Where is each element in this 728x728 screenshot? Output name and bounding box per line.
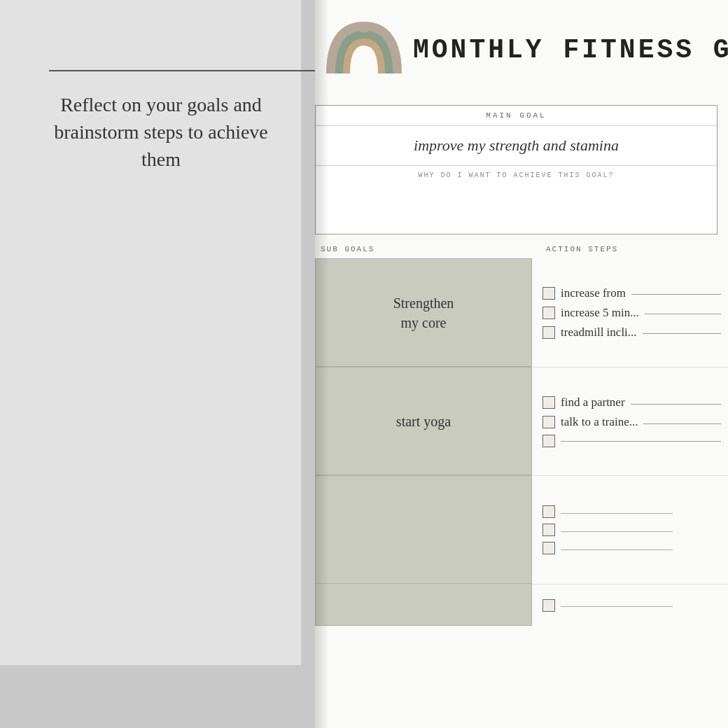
sub-goal-cell-2: start yoga [315, 367, 532, 475]
action-steps-column: increase from increase 5 min... treadmil… [532, 258, 728, 626]
action-step-row-1-1: increase from [542, 286, 721, 300]
action-steps-label: ACTION STEPS [546, 245, 618, 253]
action-text-1-3: treadmill incli... [561, 326, 637, 340]
action-line-1-2 [645, 314, 721, 314]
action-line-3-1 [561, 513, 673, 514]
why-section: WHY DO I WANT TO ACHIEVE THIS GOAL? [316, 165, 717, 234]
checkbox-1-1[interactable] [542, 287, 555, 300]
column-headers-row: SUB GOALS ACTION STEPS [315, 241, 728, 258]
checkbox-2-3[interactable] [542, 435, 555, 447]
action-step-row-1-3: treadmill incli... [542, 326, 721, 340]
action-steps-group-3 [532, 475, 728, 584]
action-line-3-3 [561, 550, 673, 550]
sub-goals-column: Strengthenmy core start yoga [315, 258, 532, 626]
action-step-row-2-2: talk to a traine... [542, 415, 721, 429]
action-line-2-2 [643, 424, 721, 424]
goals-grid: Strengthenmy core start yoga increase fr… [315, 258, 728, 626]
checkbox-2-1[interactable] [542, 396, 555, 409]
action-step-row-3-3 [542, 542, 721, 554]
action-steps-group-1: increase from increase 5 min... treadmil… [532, 258, 728, 367]
action-step-row-4-1 [542, 599, 721, 612]
sub-goals-label: SUB GOALS [321, 245, 374, 253]
checkbox-3-3[interactable] [542, 542, 555, 554]
action-text-1-1: increase from [561, 286, 626, 300]
action-steps-col-header: ACTION STEPS [532, 241, 728, 254]
action-step-row-2-3 [542, 435, 721, 447]
why-content [316, 185, 717, 234]
why-label: WHY DO I WANT TO ACHIEVE THIS GOAL? [316, 166, 717, 185]
action-steps-group-4 [532, 584, 728, 626]
page-title: MONTHLY FITNESS G [413, 35, 728, 65]
action-line-3-2 [561, 531, 673, 532]
action-text-2-1: find a partner [561, 396, 625, 410]
checkbox-3-2[interactable] [542, 524, 555, 536]
action-step-row-3-1 [542, 505, 721, 518]
main-goal-label: MAIN GOAL [316, 106, 717, 126]
sub-goal-cell-1: Strengthenmy core [315, 258, 532, 367]
sub-goal-text-1: Strengthenmy core [393, 293, 454, 332]
rainbow-icon [322, 14, 406, 98]
action-step-row-2-1: find a partner [542, 396, 721, 410]
sub-goal-text-2: start yoga [396, 412, 451, 431]
checkbox-4-1[interactable] [542, 599, 555, 612]
main-goal-section: MAIN GOAL improve my strength and stamin… [315, 105, 718, 234]
action-step-row-1-2: increase 5 min... [542, 306, 721, 320]
checkbox-1-3[interactable] [542, 326, 555, 339]
checkbox-1-2[interactable] [542, 307, 555, 319]
action-steps-group-2: find a partner talk to a traine... [532, 367, 728, 475]
action-text-2-2: talk to a traine... [561, 415, 638, 429]
sub-goals-col-header: SUB GOALS [315, 241, 532, 254]
sub-goal-cell-3 [315, 475, 532, 584]
header-area: MONTHLY FITNESS G [315, 0, 728, 98]
action-line-2-1 [631, 404, 721, 405]
left-panel: Reflect on your goals and brainstorm ste… [0, 0, 315, 728]
right-panel: MONTHLY FITNESS G MAIN GOAL improve my s… [315, 0, 728, 728]
checkbox-3-1[interactable] [542, 505, 555, 518]
title-area: MONTHLY FITNESS G [413, 14, 728, 65]
main-goal-text: improve my strength and stamina [316, 126, 717, 165]
action-line-2-3 [561, 441, 721, 442]
action-text-1-2: increase 5 min... [561, 306, 639, 320]
action-line-1-3 [643, 333, 721, 334]
sub-goal-cell-4 [315, 584, 532, 626]
decorative-line [49, 70, 315, 71]
action-line-4-1 [561, 606, 673, 607]
action-step-row-3-2 [542, 524, 721, 536]
svg-point-0 [358, 26, 370, 33]
action-line-1-1 [631, 294, 721, 295]
checkbox-2-2[interactable] [542, 416, 555, 428]
tagline-text: Reflect on your goals and brainstorm ste… [49, 91, 273, 174]
